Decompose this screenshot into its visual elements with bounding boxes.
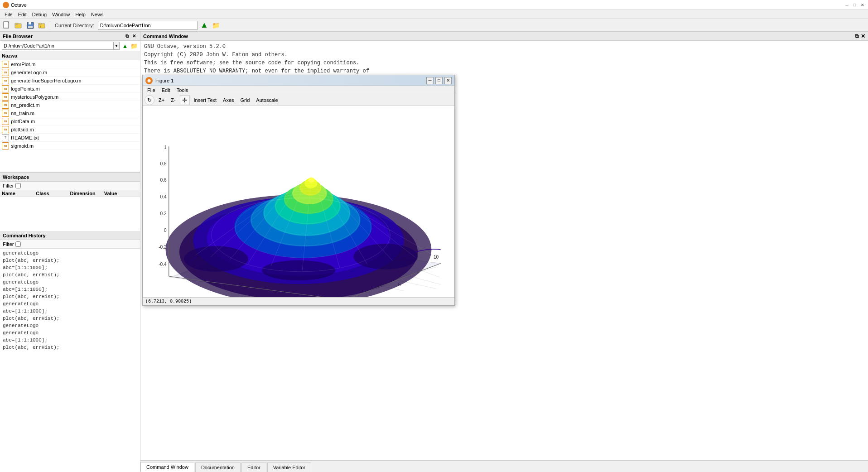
m-file-icon: m — [2, 142, 9, 149]
cmd-tab-variable-editor[interactable]: Variable Editor — [267, 462, 311, 472]
menu-debug[interactable]: Debug — [29, 11, 49, 18]
figure-zoom-in-btn[interactable]: Z+ — [156, 96, 167, 104]
file-item[interactable]: msigmoid.m — [0, 142, 140, 150]
file-name: README.txt — [11, 135, 39, 140]
cmd-tab-documentation[interactable]: Documentation — [195, 462, 241, 472]
close-button[interactable]: ✕ — [859, 2, 865, 8]
file-item[interactable]: mgenerateLogo.m — [0, 68, 140, 77]
menu-edit[interactable]: Edit — [15, 11, 29, 18]
menu-news[interactable]: News — [88, 11, 106, 18]
command-history-item[interactable]: plot(abc, errHist); — [3, 293, 137, 300]
file-name: nn_train.m — [11, 111, 34, 116]
command-history-item[interactable]: abc=[1:1:1000]; — [3, 337, 137, 344]
command-history-item[interactable]: abc=[1:1:1000]; — [3, 286, 137, 293]
cmd-tab-command-window[interactable]: Command Window — [140, 462, 194, 472]
file-path-dropdown[interactable]: ▼ — [113, 42, 120, 50]
file-path-folder-icon[interactable]: 📁 — [130, 42, 138, 50]
figure-close-btn[interactable]: ✕ — [444, 77, 452, 84]
file-path-input[interactable] — [2, 42, 113, 50]
open-file-button[interactable] — [14, 20, 24, 30]
workspace-header: Workspace — [0, 173, 140, 182]
file-name: sigmoid.m — [11, 143, 34, 149]
file-browser-float-btn[interactable]: ⧉ — [124, 33, 130, 39]
file-item[interactable]: mnn_train.m — [0, 109, 140, 117]
figure-axes-btn[interactable]: Axes — [221, 96, 236, 104]
command-history-body: generateLogoplot(abc, errHist);abc=[1:1:… — [0, 249, 140, 472]
load-workspace-button[interactable]: ↑ — [37, 20, 47, 30]
svg-rect-2 — [15, 23, 18, 24]
file-item[interactable]: mplotGrid.m — [0, 125, 140, 134]
current-dir-label: Current Directory: — [55, 23, 94, 28]
file-item[interactable]: mnn_predict.m — [0, 101, 140, 109]
current-dir-input[interactable] — [98, 21, 198, 30]
command-history-item[interactable]: generateLogo — [3, 329, 137, 337]
command-history-item[interactable]: plot(abc, errHist); — [3, 344, 137, 351]
command-history-item[interactable]: abc=[1:1:1000]; — [3, 264, 137, 271]
figure-minimize-btn[interactable]: ─ — [426, 77, 434, 84]
command-history-item[interactable]: abc=[1:1:1000]; — [3, 308, 137, 315]
command-history-item[interactable]: generateLogo — [3, 250, 137, 257]
cmd-window-float-btn[interactable]: ⧉ — [855, 33, 859, 39]
file-item[interactable]: TREADME.txt — [0, 134, 140, 142]
figure-grid-btn[interactable]: Grid — [238, 96, 252, 104]
cmd-window-close-btn[interactable]: ✕ — [861, 33, 865, 39]
m-file-icon: m — [2, 69, 9, 76]
workspace-body — [0, 197, 140, 231]
file-item[interactable]: mplotData.m — [0, 117, 140, 125]
figure-autoscale-btn[interactable]: Autoscale — [254, 96, 280, 104]
command-window-tabs: Command WindowDocumentationEditorVariabl… — [140, 460, 868, 472]
file-name: generateLogo.m — [11, 70, 47, 75]
svg-text:0.8: 0.8 — [160, 161, 167, 166]
command-history-item[interactable]: generateLogo — [3, 322, 137, 329]
file-item[interactable]: mgenerateTrueSuperHeroLogo.m — [0, 77, 140, 85]
figure-maximize-btn[interactable]: □ — [435, 77, 443, 84]
file-path-up-icon[interactable]: ▲ — [121, 42, 129, 50]
svg-text:0.6: 0.6 — [160, 178, 167, 183]
file-item[interactable]: merrorPlot.m — [0, 60, 140, 68]
command-history-item[interactable]: generateLogo — [3, 279, 137, 286]
command-history-item[interactable]: plot(abc, errHist); — [3, 257, 137, 264]
toolbar-separator-1 — [50, 21, 50, 29]
figure-menu-edit[interactable]: Edit — [159, 87, 173, 93]
maximize-button[interactable]: □ — [852, 2, 858, 8]
cmd-tab-editor[interactable]: Editor — [241, 462, 266, 472]
menu-window[interactable]: Window — [49, 11, 72, 18]
ws-col-class: Class — [36, 191, 70, 196]
menu-help[interactable]: Help — [72, 11, 88, 18]
figure-zoom-out-btn[interactable]: Z- — [169, 96, 178, 104]
svg-text:0: 0 — [164, 228, 167, 233]
cmd-filter-checkbox[interactable] — [15, 241, 21, 247]
app-title: Octave — [11, 2, 844, 8]
app-icon — [3, 2, 9, 8]
figure-menu-tools[interactable]: Tools — [174, 87, 191, 93]
file-item[interactable]: mlogoPoints.m — [0, 85, 140, 93]
figure-rotate-btn[interactable]: ↻ — [145, 95, 154, 105]
ws-col-dimension: Dimension — [70, 191, 104, 196]
file-browser-header-btns: ⧉ ✕ — [124, 33, 137, 39]
file-item[interactable]: mmysteriousPolygon.m — [0, 93, 140, 101]
save-button[interactable] — [25, 20, 35, 30]
figure-app-icon: ◉ — [145, 77, 153, 84]
cmd-filter-label: Filter — [3, 241, 14, 247]
svg-rect-5 — [28, 26, 33, 28]
command-history-item[interactable]: plot(abc, errHist); — [3, 271, 137, 279]
menu-file[interactable]: File — [2, 11, 15, 18]
svg-point-57 — [353, 244, 418, 270]
minimize-button[interactable]: ─ — [844, 2, 850, 8]
command-history-item[interactable]: plot(abc, errHist); — [3, 315, 137, 322]
command-history-item[interactable]: generateLogo — [3, 300, 137, 308]
svg-text:0.2: 0.2 — [160, 211, 167, 216]
new-file-button[interactable] — [2, 20, 12, 30]
file-browser-close-btn[interactable]: ✕ — [131, 33, 137, 39]
svg-text:0.4: 0.4 — [160, 194, 167, 199]
figure-pan-btn[interactable]: ✛ — [180, 95, 190, 105]
dir-browse-button[interactable]: 📁 — [211, 20, 221, 30]
svg-rect-0 — [4, 22, 9, 28]
dir-up-button[interactable]: ▲ — [199, 20, 209, 30]
figure-insert-text-btn[interactable]: Insert Text — [192, 96, 219, 104]
workspace-filter-checkbox[interactable] — [15, 183, 21, 188]
figure-menu-file[interactable]: File — [145, 87, 158, 93]
workspace-panel: Workspace Filter Name Class Dimension Va… — [0, 172, 140, 231]
figure-status-bar: (6.7213, 0.90025) — [143, 297, 454, 305]
figure-coordinates: (6.7213, 0.90025) — [145, 299, 192, 304]
